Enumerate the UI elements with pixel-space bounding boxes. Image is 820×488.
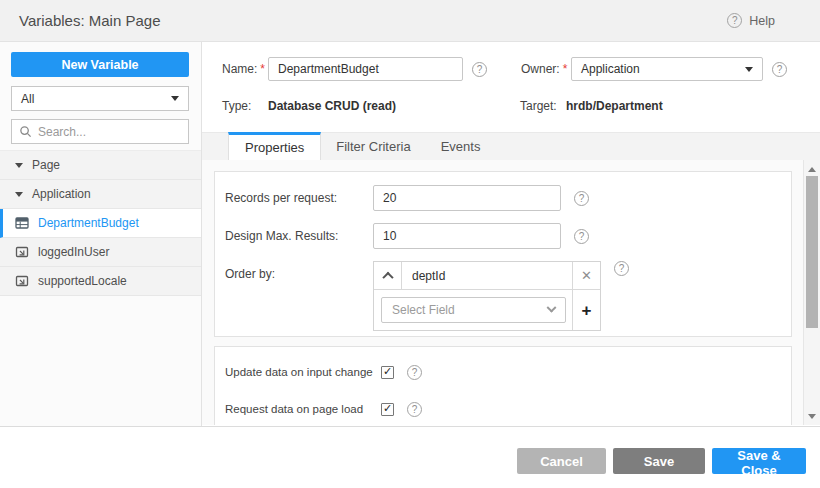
- save-close-button[interactable]: Save & Close: [712, 448, 806, 474]
- variable-detail-panel: Name:* Owner:* Application Type: Da: [202, 42, 820, 426]
- tree-group-label: Application: [32, 187, 91, 201]
- design-max-results-help-icon[interactable]: [574, 229, 589, 244]
- help-label: Help: [749, 14, 775, 28]
- type-value: Database CRUD (read): [268, 99, 520, 113]
- records-per-request-help-icon[interactable]: [574, 191, 589, 206]
- name-owner-row: Name:* Owner:* Application: [222, 57, 820, 81]
- vertical-scrollbar[interactable]: [803, 160, 820, 425]
- plus-icon: +: [582, 302, 592, 319]
- page-title: Variables: Main Page: [0, 12, 160, 29]
- order-by-label: Order by:: [225, 261, 373, 281]
- update-on-input-change-label: Update data on input change: [225, 366, 377, 378]
- search-box: [11, 119, 189, 144]
- tree-group-label: Page: [32, 158, 60, 172]
- records-per-request-row: Records per request:: [225, 185, 791, 211]
- request-data-checkbox[interactable]: [381, 403, 394, 416]
- add-field-button[interactable]: +: [572, 290, 600, 330]
- scroll-down-button[interactable]: [804, 409, 820, 423]
- scrollbar-thumb[interactable]: [806, 176, 818, 328]
- help-icon: [727, 13, 742, 28]
- owner-select-value: Application: [581, 62, 745, 76]
- database-variable-icon: [15, 216, 29, 230]
- static-variable-icon: [15, 274, 29, 288]
- name-label: Name:*: [222, 62, 268, 76]
- owner-select[interactable]: Application: [571, 57, 763, 81]
- tab-events[interactable]: Events: [426, 133, 496, 160]
- order-by-help-icon[interactable]: [614, 261, 629, 276]
- filter-select-value: All: [21, 92, 171, 106]
- search-input[interactable]: [38, 125, 181, 139]
- close-icon: ✕: [581, 269, 592, 282]
- request-data-help-icon[interactable]: [407, 402, 422, 417]
- owner-help-icon[interactable]: [772, 62, 787, 77]
- select-field-dropdown[interactable]: Select Field: [381, 297, 566, 323]
- dialog-body: New Variable All Page Application: [0, 42, 820, 426]
- records-per-request-input[interactable]: [373, 185, 561, 211]
- design-max-results-row: Design Max. Results:: [225, 223, 791, 249]
- design-max-results-input[interactable]: [373, 223, 561, 249]
- chevron-up-icon: [382, 271, 393, 282]
- data-behavior-card: Update data on input change Request data…: [214, 346, 792, 425]
- chevron-down-icon: [745, 67, 753, 72]
- tree-item-loggedinuser[interactable]: loggedInUser: [0, 238, 201, 267]
- cancel-button[interactable]: Cancel: [517, 448, 606, 474]
- add-field-row: Select Field +: [374, 290, 600, 330]
- select-field-wrap: Select Field: [374, 290, 572, 330]
- design-max-results-label: Design Max. Results:: [225, 229, 373, 243]
- sort-direction-button[interactable]: [374, 262, 402, 289]
- tree-item-label: DepartmentBudget: [38, 216, 139, 230]
- chevron-down-icon: [171, 96, 179, 101]
- owner-label: Owner:*: [521, 62, 571, 76]
- target-value: hrdb/Department: [566, 99, 663, 113]
- tab-properties[interactable]: Properties: [228, 132, 321, 160]
- variable-filter-select[interactable]: All: [11, 86, 189, 111]
- tree-item-departmentbudget[interactable]: DepartmentBudget: [0, 209, 201, 238]
- target-label: Target:: [520, 99, 566, 113]
- save-button[interactable]: Save: [613, 448, 705, 474]
- triangle-down-icon: [808, 414, 816, 419]
- detail-tabs: Properties Filter Criteria Events: [202, 132, 820, 160]
- caret-down-icon: [15, 192, 23, 197]
- update-data-checkbox[interactable]: [381, 366, 394, 379]
- type-label: Type:: [222, 99, 268, 113]
- tree-item-label: loggedInUser: [38, 245, 109, 259]
- variables-sidebar: New Variable All Page Application: [0, 42, 202, 426]
- order-by-row: Order by: ✕: [225, 261, 791, 331]
- new-variable-button[interactable]: New Variable: [11, 52, 189, 77]
- search-icon: [19, 125, 33, 139]
- variable-summary: Name:* Owner:* Application Type: Da: [202, 42, 820, 114]
- tree-group-page[interactable]: Page: [0, 151, 201, 180]
- variables-tree: Page Application DepartmentBudget l: [0, 150, 201, 296]
- order-by-field-row: ✕: [374, 262, 600, 290]
- update-data-help-icon[interactable]: [407, 365, 422, 380]
- request-on-page-load-label: Request data on page load: [225, 403, 377, 415]
- name-input[interactable]: [268, 57, 463, 81]
- dialog-footer: Cancel Save Save & Close: [0, 426, 820, 488]
- order-by-field-input[interactable]: [402, 262, 572, 289]
- request-settings-card: Records per request: Design Max. Results…: [214, 171, 792, 337]
- triangle-up-icon: [808, 167, 816, 172]
- required-marker: *: [260, 62, 265, 76]
- caret-down-icon: [15, 163, 23, 168]
- name-help-icon[interactable]: [472, 62, 487, 77]
- properties-scroll-area: Records per request: Design Max. Results…: [202, 160, 820, 425]
- scroll-up-button[interactable]: [804, 162, 820, 176]
- tab-filter-criteria[interactable]: Filter Criteria: [321, 133, 425, 160]
- remove-field-button[interactable]: ✕: [572, 262, 600, 289]
- chevron-down-icon: [547, 302, 557, 312]
- title-bar: Variables: Main Page Help: [0, 0, 820, 42]
- select-field-placeholder: Select Field: [392, 303, 548, 317]
- tree-group-application[interactable]: Application: [0, 180, 201, 209]
- tree-item-label: supportedLocale: [38, 274, 127, 288]
- required-marker: *: [563, 62, 568, 76]
- type-target-row: Type: Database CRUD (read) Target: hrdb/…: [222, 98, 820, 114]
- static-variable-icon: [15, 245, 29, 259]
- tree-item-supportedlocale[interactable]: supportedLocale: [0, 267, 201, 296]
- order-by-group: ✕ Select Field: [373, 261, 601, 331]
- variables-dialog: Variables: Main Page Help New Variable A…: [0, 0, 820, 488]
- help-link[interactable]: Help: [727, 13, 775, 28]
- records-per-request-label: Records per request:: [225, 191, 373, 205]
- request-on-page-load-row: Request data on page load: [225, 397, 791, 421]
- update-on-input-change-row: Update data on input change: [225, 360, 791, 384]
